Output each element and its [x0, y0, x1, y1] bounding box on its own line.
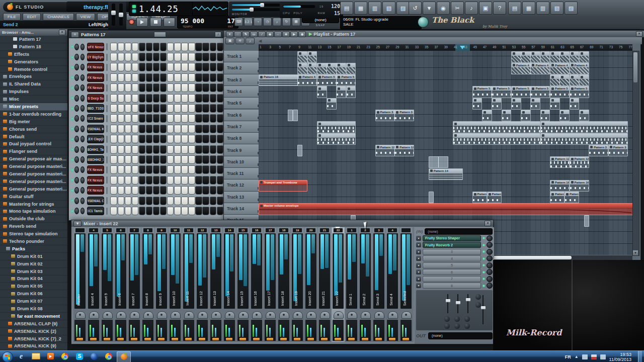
channel-pan-knob[interactable] [74, 198, 78, 204]
playlist-clip[interactable]: Pattern 15 [487, 192, 502, 203]
track-header[interactable]: Track 4 [224, 86, 262, 98]
browser-item[interactable]: Drum Kit 07 [0, 298, 67, 305]
mixer-strip[interactable]: 5Insert 5 [101, 227, 114, 342]
step-cell[interactable] [181, 73, 188, 82]
playlist-audio-picker-icon[interactable]: ≋ [235, 38, 245, 44]
playlist-clip[interactable] [482, 110, 492, 121]
step-cell[interactable] [217, 43, 223, 51]
strip-mute-button[interactable] [374, 311, 384, 319]
strip-fader-section[interactable] [319, 320, 330, 341]
playlist-playback-icon[interactable]: ▶ [290, 31, 298, 37]
view-step-seq-shortcut-button[interactable]: ▦ [522, 2, 535, 15]
strip-mute-button[interactable] [361, 311, 371, 319]
channel-volume-knob[interactable] [80, 95, 85, 102]
channel-enable-led[interactable] [71, 127, 73, 130]
playlist-clip[interactable] [346, 86, 356, 98]
step-cell[interactable] [153, 186, 159, 195]
step-cell[interactable] [146, 145, 152, 154]
step-cell[interactable] [146, 114, 152, 123]
playlist-clip[interactable]: Pattern 14 [429, 168, 463, 180]
strip-mute-button[interactable] [388, 311, 398, 319]
step-cell[interactable] [139, 114, 145, 123]
playlist-clip[interactable]: Trumpet and Trombone [259, 180, 307, 192]
playlist-clip[interactable]: Pattern 5 [530, 86, 550, 98]
step-cell[interactable] [195, 145, 202, 154]
browser-item[interactable]: Pattern 17 [0, 36, 67, 43]
playlist-clip[interactable] [327, 98, 337, 110]
help-button[interactable]: ? [493, 2, 506, 15]
step-cell[interactable] [153, 155, 159, 164]
step-cell[interactable] [139, 207, 145, 215]
step-cell[interactable] [195, 135, 202, 143]
step-cell[interactable] [202, 165, 209, 174]
start-button[interactable] [2, 351, 13, 362]
strip-mute-button[interactable] [184, 311, 194, 319]
step-cell[interactable] [153, 125, 159, 133]
step-cell[interactable] [118, 145, 124, 154]
mixer-strip[interactable]: Selected [399, 227, 413, 342]
step-cell[interactable] [188, 94, 195, 103]
fx-enable-led[interactable] [482, 271, 485, 274]
channel-enable-led[interactable] [71, 117, 73, 120]
strip-gain-chip[interactable] [158, 338, 165, 340]
browser-item[interactable]: General purpose mastering [0, 186, 67, 193]
browser-item[interactable]: Reverb send [0, 223, 67, 230]
channel-volume-knob[interactable] [80, 146, 85, 153]
channel-volume-knob[interactable] [80, 64, 85, 70]
strip-mute-button[interactable] [306, 311, 316, 319]
playlist-clip[interactable]: Pattern 4 [570, 63, 589, 74]
step-cell[interactable] [167, 186, 174, 195]
browser-item[interactable]: Misc [0, 96, 67, 103]
step-cell[interactable] [160, 155, 167, 164]
playlist-title-bar[interactable]: ▾◌✎▭∕◆↔⊕▶◉ ▶ Playlist - Pattern 17 × [224, 31, 640, 37]
step-cell[interactable] [195, 125, 202, 133]
playlist-clip[interactable] [530, 51, 540, 63]
channel-selector-led[interactable] [106, 125, 108, 132]
browser-item[interactable]: Mixer presets [0, 103, 67, 111]
fx-enable-led[interactable] [482, 244, 485, 246]
show-desktop-button[interactable] [638, 351, 642, 362]
taskbar-icon-ie[interactable]: e [15, 351, 28, 361]
mixer-strip[interactable]: 12Insert 12 [196, 227, 209, 342]
browser-item[interactable]: Dual joypad control [0, 140, 67, 148]
step-cell[interactable] [202, 197, 209, 205]
step-cell[interactable] [188, 83, 195, 92]
step-cell[interactable] [174, 207, 181, 215]
step-cell[interactable] [125, 125, 131, 133]
step-cell[interactable] [125, 165, 131, 174]
step-cell[interactable] [174, 125, 181, 133]
channel-selector-led[interactable] [106, 54, 108, 61]
mixer-strip[interactable]: 16Insert 16 [250, 227, 263, 342]
step-cell[interactable] [132, 43, 138, 51]
step-cell[interactable] [188, 186, 195, 195]
step-cell[interactable] [195, 73, 202, 82]
step-cell[interactable] [118, 135, 124, 143]
playlist-clip[interactable] [297, 145, 302, 156]
eq-band3-slider[interactable] [467, 294, 468, 313]
taskbar-icon-flstudio[interactable] [117, 351, 131, 362]
step-cell[interactable] [174, 104, 181, 113]
step-cell[interactable] [167, 43, 174, 51]
step-cell[interactable] [210, 155, 216, 164]
step-cell[interactable] [181, 197, 188, 205]
playlist-slip-icon[interactable]: ↔ [274, 31, 282, 37]
step-cell[interactable] [217, 197, 223, 205]
playlist-clip[interactable] [438, 156, 448, 168]
undo-button[interactable]: ↺ [409, 2, 422, 15]
playlist-clip[interactable]: Pattern 4 [297, 74, 317, 86]
playlist-clip[interactable] [511, 98, 521, 110]
playlist-auto-picker-icon[interactable]: ♪ [246, 38, 255, 44]
playlist-clip[interactable]: Pattern 5 [550, 86, 570, 98]
playlist-clip[interactable]: Pattern 12 [570, 156, 589, 168]
step-cell[interactable] [160, 94, 167, 103]
playlist-clip[interactable] [579, 51, 589, 63]
view-browser-button[interactable]: ▨ [396, 2, 410, 15]
strip-mute-button[interactable] [293, 311, 303, 319]
step-cell[interactable] [125, 114, 131, 123]
save-button[interactable]: ▼ [423, 2, 436, 15]
playlist-clip[interactable] [559, 74, 570, 86]
step-cell[interactable] [174, 53, 181, 61]
step-cell[interactable] [217, 125, 223, 133]
channel-pan-knob[interactable] [74, 208, 78, 214]
view-step-seq-button[interactable]: ▦ [354, 2, 367, 15]
